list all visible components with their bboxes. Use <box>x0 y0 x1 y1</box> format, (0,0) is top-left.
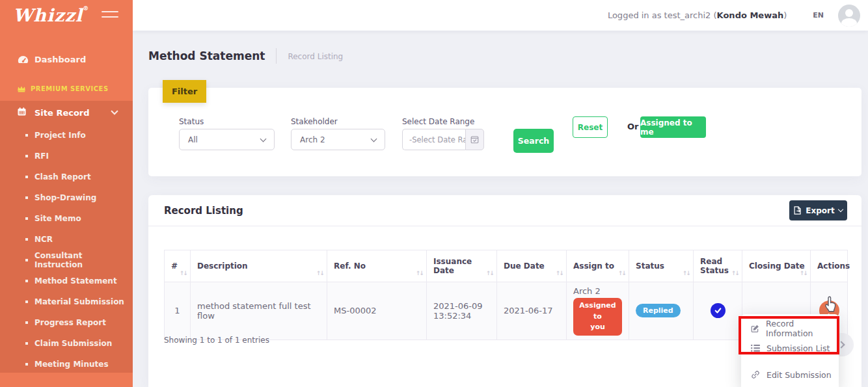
read-check-icon <box>711 303 726 318</box>
chevron-down-icon <box>260 136 267 142</box>
sort-icon[interactable]: ↑↓ <box>683 270 690 276</box>
edit-icon <box>751 324 759 333</box>
sidebar-item-dashboard[interactable]: Dashboard <box>0 49 133 69</box>
list-icon <box>751 344 760 352</box>
menu-item-label: Record Information <box>766 319 839 338</box>
sort-icon[interactable]: ↑↓ <box>316 270 323 276</box>
col-header-ref-no[interactable]: Ref. No↑↓ <box>327 250 427 282</box>
sidebar-item-shop-drawing[interactable]: Shop-Drawing <box>0 187 133 208</box>
brand-logo[interactable]: Whizzl® <box>13 5 89 25</box>
subitem-label: Consultant Instruction <box>34 251 133 269</box>
export-button[interactable]: Export <box>789 200 847 220</box>
subitem-label: Meeting Minutes <box>34 360 109 369</box>
sidebar-item-ncr[interactable]: NCR <box>0 229 133 250</box>
subitem-label: Clash Report <box>34 172 91 181</box>
pagination-info: Showing 1 to 1 of 1 entries <box>164 336 269 345</box>
search-button[interactable]: Search <box>513 129 554 153</box>
sidebar-item-site-record[interactable]: Site Record <box>0 101 133 124</box>
col-label: Description <box>197 261 248 271</box>
table-header-row: #↑↓ Description↑↓ Ref. No↑↓ Issuance Dat… <box>165 250 848 282</box>
cell-assign-to: Arch 2 Assigned toyou <box>567 282 629 340</box>
col-header-status[interactable]: Status↑↓ <box>629 250 694 282</box>
cell-description: method statement full test flow <box>191 282 327 340</box>
filter-tab[interactable]: Filter <box>163 80 206 103</box>
sidebar-item-material-submission[interactable]: Material Submission <box>0 291 133 312</box>
col-label: Ref. No <box>334 261 366 271</box>
col-label: Status <box>636 261 664 271</box>
col-header-due-date[interactable]: Due Date↑↓ <box>497 250 567 282</box>
col-label: Due Date <box>504 261 545 271</box>
menu-item-record-information[interactable]: Record Information <box>741 319 839 338</box>
subitem-label: Progress Report <box>34 318 106 327</box>
col-header-read-status[interactable]: Read Status↑↓ <box>694 250 742 282</box>
col-header-closing-date[interactable]: Closing Date↑↓ <box>742 250 811 282</box>
sidebar: Whizzl® Dashboard PREMIUM SERVICES Site … <box>0 0 133 387</box>
language-selector[interactable]: EN <box>813 11 824 20</box>
filter-panel: Filter Status All Stakeholder Arch 2 Sel… <box>148 88 861 176</box>
sort-icon[interactable]: ↑↓ <box>556 270 563 276</box>
sidebar-item-project-info[interactable]: Project Info <box>0 125 133 146</box>
stakeholder-select-value: Arch 2 <box>300 135 325 144</box>
breadcrumb-divider <box>276 48 277 64</box>
cell-status: Replied <box>629 282 694 340</box>
col-header-issuance-date[interactable]: Issuance Date↑↓ <box>427 250 497 282</box>
subitem-label: Project Info <box>34 131 86 140</box>
col-header-num[interactable]: #↑↓ <box>165 250 191 282</box>
status-badge: Replied <box>636 304 681 317</box>
calendar-picker-button[interactable] <box>465 129 484 150</box>
link-icon <box>751 370 760 379</box>
chevron-down-icon <box>111 107 118 114</box>
assign-to-name: Arch 2 <box>573 286 622 296</box>
sidebar-section-premium: PREMIUM SERVICES <box>17 85 109 92</box>
logo-text: Whizzl <box>13 5 83 25</box>
sort-icon[interactable]: ↑↓ <box>180 270 187 276</box>
sidebar-item-claim-submission[interactable]: Claim Submission <box>0 333 133 354</box>
sort-icon[interactable]: ↑↓ <box>731 270 739 276</box>
col-label: # <box>171 261 178 271</box>
date-range-group <box>402 129 484 150</box>
crown-icon <box>17 85 26 92</box>
col-header-actions: Actions <box>811 250 848 282</box>
chevron-down-icon <box>371 136 377 142</box>
subitem-label: Claim Submission <box>34 339 112 348</box>
col-header-assign-to[interactable]: Assign to↑↓ <box>567 250 629 282</box>
menu-item-edit-submission[interactable]: Edit Submission <box>741 365 839 384</box>
sort-icon[interactable]: ↑↓ <box>486 270 493 276</box>
premium-label: PREMIUM SERVICES <box>31 85 109 92</box>
status-select-value: All <box>188 135 198 144</box>
sidebar-item-label: Site Record <box>34 108 90 118</box>
sidebar-item-rfi[interactable]: RFI <box>0 146 133 167</box>
subitem-label: Material Submission <box>34 297 124 306</box>
col-label: Assign to <box>573 261 614 271</box>
sort-icon[interactable]: ↑↓ <box>618 270 625 276</box>
subitem-label: Site Memo <box>34 214 81 223</box>
sidebar-item-progress-report[interactable]: Progress Report <box>0 312 133 333</box>
col-header-description[interactable]: Description↑↓ <box>191 250 327 282</box>
sidebar-item-label: Dashboard <box>34 55 86 64</box>
row-actions-menu: Record Information Submission List Edit … <box>741 314 839 387</box>
stakeholder-select[interactable]: Arch 2 <box>291 129 385 150</box>
reset-button[interactable]: Reset <box>573 116 608 138</box>
sidebar-item-method-statement[interactable]: Method Statement <box>0 271 133 291</box>
date-range-input[interactable] <box>402 129 465 150</box>
sort-icon[interactable]: ↑↓ <box>800 270 807 276</box>
logged-in-text: Logged in as test_archi2 (Kondo Mewah) <box>608 10 787 20</box>
assigned-to-me-button[interactable]: Assigned to me <box>640 116 706 138</box>
status-select[interactable]: All <box>179 129 275 150</box>
menu-item-submission-list[interactable]: Submission List <box>741 338 839 358</box>
cell-ref-no: MS-00002 <box>327 282 427 340</box>
logged-in-username: Kondo Mewah <box>717 10 784 20</box>
sidebar-item-meeting-minutes[interactable]: Meeting Minutes <box>0 354 133 375</box>
export-label: Export <box>806 206 834 215</box>
avatar[interactable] <box>838 5 860 27</box>
sidebar-item-clash-report[interactable]: Clash Report <box>0 167 133 187</box>
calendar-icon <box>17 107 29 118</box>
hamburger-menu-icon[interactable] <box>102 11 118 19</box>
date-range-label: Select Date Range <box>402 117 474 126</box>
chevron-down-icon <box>837 207 843 212</box>
sort-icon[interactable]: ↑↓ <box>416 270 423 276</box>
record-listing-title: Record Listing <box>164 205 243 217</box>
sidebar-item-site-memo[interactable]: Site Memo <box>0 208 133 229</box>
col-label: Read Status <box>700 257 729 275</box>
sidebar-item-consultant-instruction[interactable]: Consultant Instruction <box>0 250 133 271</box>
